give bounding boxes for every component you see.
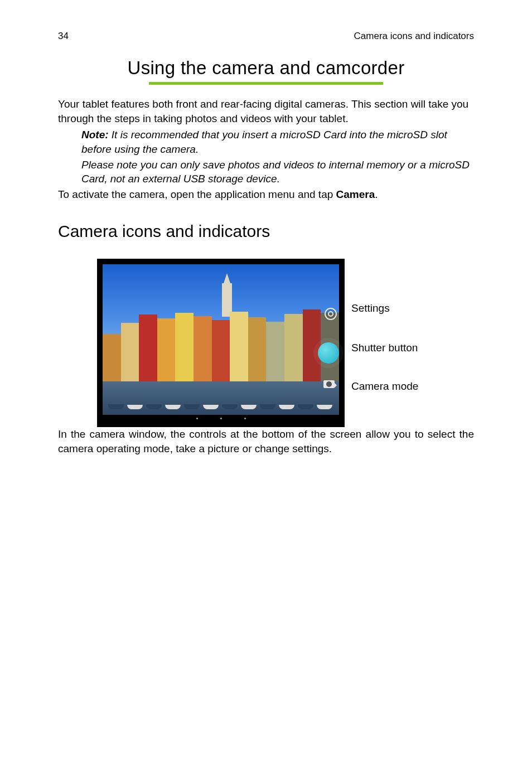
callout-settings: Settings (351, 302, 418, 315)
page-header: 34 Camera icons and indicators (58, 31, 474, 42)
boats-row (108, 384, 333, 409)
camera-mode-icon[interactable] (323, 380, 336, 389)
buildings-row (103, 309, 339, 384)
callout-mode: Camera mode (351, 380, 418, 393)
running-head: Camera icons and indicators (354, 31, 474, 42)
closing-paragraph: In the camera window, the controls at th… (58, 427, 474, 456)
camera-figure: Settings Shutter button Camera mode (97, 259, 474, 427)
activate-line: To activate the camera, open the applica… (58, 187, 474, 202)
activate-pre: To activate the camera, open the applica… (58, 188, 336, 200)
callout-shutter: Shutter button (351, 342, 418, 355)
camera-bold: Camera (336, 188, 375, 200)
note-text-1: It is recommended that you insert a micr… (81, 129, 447, 155)
note-block: Note: It is recommended that you insert … (81, 128, 474, 186)
intro-paragraph: Your tablet features both front and rear… (58, 97, 474, 125)
section-heading: Camera icons and indicators (58, 220, 474, 243)
shutter-button[interactable] (318, 342, 339, 364)
note-line-1: Note: It is recommended that you insert … (81, 128, 474, 156)
activate-post: . (375, 188, 378, 200)
chapter-title: Using the camera and camcorder (58, 57, 474, 79)
camera-screenshot (97, 259, 345, 427)
settings-icon[interactable] (325, 308, 336, 319)
note-label: Note: (81, 129, 109, 141)
bottom-nav-bar (103, 415, 339, 423)
figure-callouts: Settings Shutter button Camera mode (351, 259, 418, 393)
page-number: 34 (58, 31, 69, 42)
title-underline (149, 82, 383, 85)
note-line-2: Please note you can only save photos and… (81, 158, 474, 186)
